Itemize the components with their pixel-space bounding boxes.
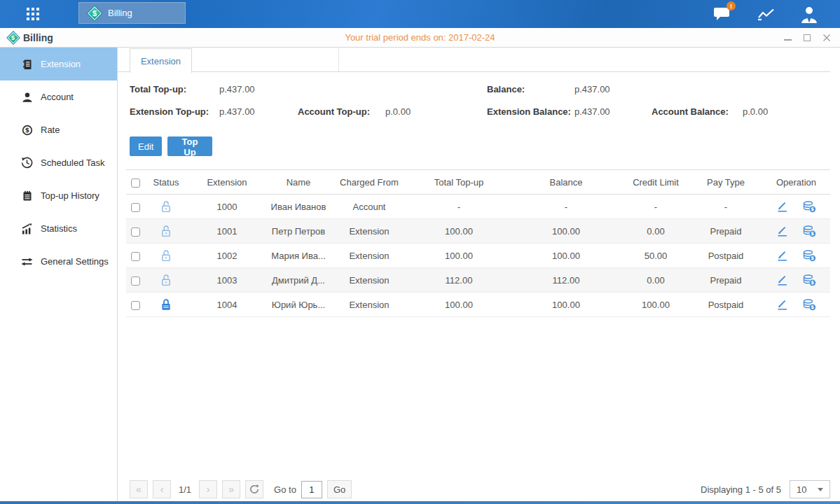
sidebar-item-topup-history[interactable]: Top-up History <box>0 179 117 212</box>
table-header-row: Status Extension Name Charged From Total… <box>126 170 830 195</box>
cell-extension: 1000 <box>188 195 266 219</box>
cell-charged-from: Extension <box>331 268 408 293</box>
statistics-trend-icon[interactable] <box>755 5 777 23</box>
cell-balance: 100.00 <box>510 293 622 317</box>
refresh-button[interactable] <box>245 480 263 498</box>
messages-icon[interactable]: ! <box>711 5 734 23</box>
edit-row-icon[interactable] <box>776 274 789 286</box>
goto-page-input[interactable] <box>301 481 322 498</box>
close-icon[interactable] <box>822 33 832 43</box>
unlocked-icon[interactable] <box>160 200 172 214</box>
prev-page-button[interactable]: ‹ <box>153 480 171 498</box>
cell-charged-from: Extension <box>331 293 408 317</box>
navbar-icons: ! <box>711 0 820 28</box>
account-topup-label: Account Top-up: <box>298 106 370 117</box>
table-row[interactable]: 1000 Иван Иванов Account - - - - $ <box>126 195 830 219</box>
edit-row-icon[interactable] <box>776 249 789 262</box>
table-row[interactable]: 1001 Петр Петров Extension 100.00 100.00… <box>126 219 830 244</box>
topup-row-icon[interactable]: $ <box>802 250 816 262</box>
edit-row-icon[interactable] <box>776 225 789 237</box>
sidebar-item-label: General Settings <box>41 256 109 267</box>
edit-button[interactable]: Edit <box>130 136 162 156</box>
app-tab-billing[interactable]: $ Billing <box>78 2 186 24</box>
select-all-checkbox[interactable] <box>131 178 140 188</box>
first-page-button[interactable]: « <box>130 480 148 498</box>
header-operation: Operation <box>762 170 830 195</box>
sidebar-item-extension[interactable]: Extension <box>0 48 117 80</box>
svg-text:$: $ <box>25 127 29 134</box>
extension-topup-value: p.437.00 <box>219 106 255 117</box>
locked-icon[interactable] <box>160 298 172 312</box>
cell-name: Мария Ива... <box>266 244 331 268</box>
display-info: Displaying 1 - 5 of 5 10 <box>701 480 830 498</box>
cell-charged-from: Extension <box>331 244 408 268</box>
svg-text:$: $ <box>811 280 815 286</box>
maximize-icon[interactable] <box>802 33 812 43</box>
topup-button[interactable]: Top Up <box>167 136 212 156</box>
table-row[interactable]: 1002 Мария Ива... Extension 100.00 100.0… <box>126 244 830 268</box>
topup-row-icon[interactable]: $ <box>802 201 816 213</box>
cell-name: Петр Петров <box>266 219 331 244</box>
sidebar-item-scheduled-task[interactable]: Scheduled Task <box>0 146 117 179</box>
sidebar-item-account[interactable]: Account <box>0 80 117 113</box>
notification-badge: ! <box>727 1 736 10</box>
next-page-button[interactable]: › <box>199 480 217 498</box>
extension-topup-label: Extension Top-up: <box>130 106 209 117</box>
cell-balance: 112.00 <box>510 268 622 293</box>
svg-text:$: $ <box>811 231 815 237</box>
cell-pay-type: Postpaid <box>689 244 762 268</box>
cell-credit-limit: - <box>622 195 689 219</box>
sidebar-item-label: Scheduled Task <box>41 158 105 168</box>
account-icon <box>21 91 33 103</box>
edit-row-icon[interactable] <box>776 298 789 311</box>
app-launcher-icon[interactable] <box>27 8 39 20</box>
row-checkbox[interactable] <box>131 276 140 286</box>
cell-extension: 1003 <box>188 268 266 293</box>
tab-extension[interactable]: Extension <box>130 48 192 73</box>
go-button[interactable]: Go <box>327 480 352 498</box>
window-controls <box>783 28 832 47</box>
topup-row-icon[interactable]: $ <box>802 274 816 286</box>
sidebar-item-label: Extension <box>41 59 81 69</box>
header-extension: Extension <box>188 170 266 195</box>
svg-text:$: $ <box>811 255 815 261</box>
summary-row-2: Extension Top-up: p.437.00 Account Top-u… <box>118 106 840 119</box>
top-navbar: $ Billing ! <box>0 0 840 28</box>
page-size-select[interactable]: 10 <box>790 480 830 498</box>
unlocked-icon[interactable] <box>160 249 172 262</box>
displaying-text: Displaying 1 - 5 of 5 <box>701 484 781 495</box>
header-charged-from: Charged From <box>331 170 408 195</box>
edit-row-icon[interactable] <box>776 200 789 213</box>
unlocked-icon[interactable] <box>160 274 172 287</box>
row-checkbox[interactable] <box>131 227 140 237</box>
sidebar-item-general-settings[interactable]: General Settings <box>0 245 117 278</box>
svg-text:$: $ <box>811 304 815 310</box>
topup-row-icon[interactable]: $ <box>802 299 816 311</box>
cell-total-topup: 100.00 <box>408 293 510 317</box>
row-checkbox[interactable] <box>131 203 140 212</box>
sidebar-item-label: Top-up History <box>41 190 99 201</box>
header-name: Name <box>266 170 331 195</box>
trial-period-message: Your trial period ends on: 2017-02-24 <box>0 28 840 47</box>
cell-pay-type: Postpaid <box>689 293 762 317</box>
window-title: Billing <box>23 32 53 43</box>
scheduled-task-icon <box>21 157 33 169</box>
balance-value: p.437.00 <box>574 84 610 94</box>
table-row[interactable]: 1004 Юрий Юрь... Extension 100.00 100.00… <box>126 293 830 317</box>
row-checkbox[interactable] <box>131 301 140 310</box>
topup-row-icon[interactable]: $ <box>802 225 816 237</box>
cell-credit-limit: 100.00 <box>622 293 689 317</box>
cell-name: Дмитрий Д... <box>266 268 331 293</box>
table-row[interactable]: 1003 Дмитрий Д... Extension 112.00 112.0… <box>126 268 830 293</box>
user-icon[interactable] <box>798 5 820 23</box>
svg-text:$: $ <box>811 206 815 212</box>
total-topup-label: Total Top-up: <box>130 84 186 94</box>
minimize-icon[interactable] <box>783 33 792 43</box>
app-tab-label: Billing <box>108 8 132 18</box>
sidebar-item-rate[interactable]: $ Rate <box>0 113 117 146</box>
unlocked-icon[interactable] <box>160 225 172 238</box>
last-page-button[interactable]: » <box>222 480 240 498</box>
sidebar-item-statistics[interactable]: Statistics <box>0 212 117 245</box>
cell-extension: 1001 <box>188 219 266 244</box>
row-checkbox[interactable] <box>131 252 140 261</box>
